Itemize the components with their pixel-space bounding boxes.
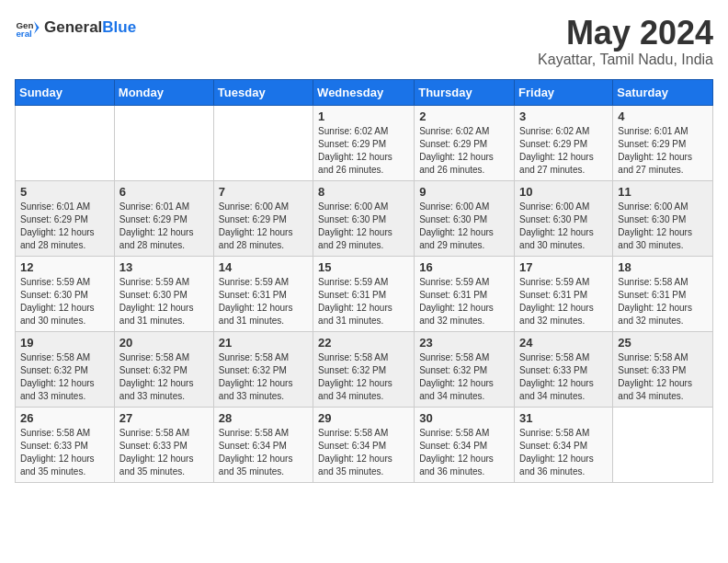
- calendar-cell: 14Sunrise: 5:59 AMSunset: 6:31 PMDayligh…: [213, 256, 313, 331]
- calendar-cell: 7Sunrise: 6:00 AMSunset: 6:29 PMDaylight…: [213, 180, 313, 256]
- day-number: 7: [219, 185, 308, 199]
- day-info: Sunrise: 6:00 AMSunset: 6:30 PMDaylight:…: [419, 201, 509, 252]
- day-info: Sunrise: 6:01 AMSunset: 6:29 PMDaylight:…: [618, 125, 708, 177]
- logo-blue: Blue: [102, 18, 136, 37]
- day-info: Sunrise: 5:59 AMSunset: 6:30 PMDaylight:…: [20, 276, 109, 327]
- day-number: 9: [419, 185, 509, 199]
- day-number: 28: [219, 411, 308, 425]
- weekday-header: Monday: [114, 79, 213, 105]
- calendar-cell: 19Sunrise: 5:58 AMSunset: 6:32 PMDayligh…: [16, 331, 115, 407]
- calendar-cell: 18Sunrise: 5:58 AMSunset: 6:31 PMDayligh…: [613, 256, 713, 331]
- calendar-cell: 9Sunrise: 6:00 AMSunset: 6:30 PMDaylight…: [415, 180, 515, 256]
- day-info: Sunrise: 5:59 AMSunset: 6:30 PMDaylight:…: [119, 276, 209, 327]
- day-number: 26: [20, 411, 109, 425]
- calendar-cell: 2Sunrise: 6:02 AMSunset: 6:29 PMDaylight…: [415, 105, 515, 180]
- day-info: Sunrise: 5:58 AMSunset: 6:32 PMDaylight:…: [20, 351, 109, 403]
- calendar-cell: 16Sunrise: 5:59 AMSunset: 6:31 PMDayligh…: [415, 256, 515, 331]
- calendar-cell: 5Sunrise: 6:01 AMSunset: 6:29 PMDaylight…: [16, 180, 115, 256]
- calendar-cell: 25Sunrise: 5:58 AMSunset: 6:33 PMDayligh…: [613, 331, 713, 407]
- day-number: 27: [119, 411, 209, 425]
- calendar-cell: 28Sunrise: 5:58 AMSunset: 6:34 PMDayligh…: [213, 407, 313, 482]
- day-info: Sunrise: 6:00 AMSunset: 6:30 PMDaylight:…: [318, 201, 409, 252]
- day-info: Sunrise: 6:00 AMSunset: 6:29 PMDaylight:…: [219, 201, 308, 252]
- day-number: 15: [318, 260, 409, 274]
- calendar-cell: 15Sunrise: 5:59 AMSunset: 6:31 PMDayligh…: [313, 256, 415, 331]
- calendar-cell: 8Sunrise: 6:00 AMSunset: 6:30 PMDaylight…: [313, 180, 415, 256]
- calendar-week-row: 5Sunrise: 6:01 AMSunset: 6:29 PMDaylight…: [16, 180, 713, 256]
- calendar-cell: 23Sunrise: 5:58 AMSunset: 6:32 PMDayligh…: [415, 331, 515, 407]
- day-number: 25: [618, 336, 708, 350]
- svg-text:eral: eral: [16, 29, 32, 39]
- day-info: Sunrise: 6:01 AMSunset: 6:29 PMDaylight:…: [119, 201, 209, 252]
- day-number: 21: [219, 336, 308, 350]
- day-info: Sunrise: 5:58 AMSunset: 6:34 PMDaylight:…: [318, 427, 409, 478]
- calendar-cell: 27Sunrise: 5:58 AMSunset: 6:33 PMDayligh…: [114, 407, 213, 482]
- calendar-week-row: 1Sunrise: 6:02 AMSunset: 6:29 PMDaylight…: [16, 105, 713, 180]
- calendar-cell: 3Sunrise: 6:02 AMSunset: 6:29 PMDaylight…: [515, 105, 613, 180]
- calendar-cell: 26Sunrise: 5:58 AMSunset: 6:33 PMDayligh…: [16, 407, 115, 482]
- day-number: 20: [119, 336, 209, 350]
- logo: Gen eral General Blue: [15, 15, 136, 40]
- calendar-week-row: 12Sunrise: 5:59 AMSunset: 6:30 PMDayligh…: [16, 256, 713, 331]
- calendar-cell: 4Sunrise: 6:01 AMSunset: 6:29 PMDaylight…: [613, 105, 713, 180]
- day-number: 31: [519, 411, 608, 425]
- calendar-cell: 10Sunrise: 6:00 AMSunset: 6:30 PMDayligh…: [515, 180, 613, 256]
- day-info: Sunrise: 6:00 AMSunset: 6:30 PMDaylight:…: [519, 201, 608, 252]
- day-number: 8: [318, 185, 409, 199]
- weekday-header: Tuesday: [213, 79, 313, 105]
- calendar-cell: 12Sunrise: 5:59 AMSunset: 6:30 PMDayligh…: [16, 256, 115, 331]
- calendar-cell: [613, 407, 713, 482]
- day-number: 11: [618, 185, 708, 199]
- day-number: 1: [318, 109, 409, 123]
- day-info: Sunrise: 5:59 AMSunset: 6:31 PMDaylight:…: [219, 276, 308, 327]
- day-info: Sunrise: 6:02 AMSunset: 6:29 PMDaylight:…: [519, 125, 608, 177]
- day-number: 19: [20, 336, 109, 350]
- calendar-week-row: 26Sunrise: 5:58 AMSunset: 6:33 PMDayligh…: [16, 407, 713, 482]
- day-info: Sunrise: 5:58 AMSunset: 6:33 PMDaylight:…: [618, 351, 708, 403]
- day-number: 2: [419, 109, 509, 123]
- day-number: 6: [119, 185, 209, 199]
- calendar-week-row: 19Sunrise: 5:58 AMSunset: 6:32 PMDayligh…: [16, 331, 713, 407]
- day-info: Sunrise: 5:59 AMSunset: 6:31 PMDaylight:…: [419, 276, 509, 327]
- calendar-table: SundayMondayTuesdayWednesdayThursdayFrid…: [15, 79, 713, 483]
- calendar-cell: 13Sunrise: 5:59 AMSunset: 6:30 PMDayligh…: [114, 256, 213, 331]
- weekday-header: Friday: [515, 79, 613, 105]
- day-info: Sunrise: 6:02 AMSunset: 6:29 PMDaylight:…: [419, 125, 509, 177]
- day-number: 10: [519, 185, 608, 199]
- calendar-cell: [16, 105, 115, 180]
- day-number: 29: [318, 411, 409, 425]
- weekday-header: Thursday: [415, 79, 515, 105]
- calendar-cell: 30Sunrise: 5:58 AMSunset: 6:34 PMDayligh…: [415, 407, 515, 482]
- day-info: Sunrise: 5:58 AMSunset: 6:32 PMDaylight:…: [219, 351, 308, 403]
- day-info: Sunrise: 5:58 AMSunset: 6:32 PMDaylight:…: [318, 351, 409, 403]
- day-number: 3: [519, 109, 608, 123]
- day-info: Sunrise: 5:59 AMSunset: 6:31 PMDaylight:…: [318, 276, 409, 327]
- day-info: Sunrise: 5:59 AMSunset: 6:31 PMDaylight:…: [519, 276, 608, 327]
- day-info: Sunrise: 6:00 AMSunset: 6:30 PMDaylight:…: [618, 201, 708, 252]
- calendar-cell: 17Sunrise: 5:59 AMSunset: 6:31 PMDayligh…: [515, 256, 613, 331]
- day-number: 18: [618, 260, 708, 274]
- calendar-cell: 29Sunrise: 5:58 AMSunset: 6:34 PMDayligh…: [313, 407, 415, 482]
- calendar-cell: 22Sunrise: 5:58 AMSunset: 6:32 PMDayligh…: [313, 331, 415, 407]
- calendar-cell: 21Sunrise: 5:58 AMSunset: 6:32 PMDayligh…: [213, 331, 313, 407]
- calendar-cell: 1Sunrise: 6:02 AMSunset: 6:29 PMDaylight…: [313, 105, 415, 180]
- weekday-header: Sunday: [16, 79, 115, 105]
- calendar-cell: 31Sunrise: 5:58 AMSunset: 6:34 PMDayligh…: [515, 407, 613, 482]
- location: Kayattar, Tamil Nadu, India: [538, 52, 713, 68]
- day-number: 4: [618, 109, 708, 123]
- day-info: Sunrise: 6:02 AMSunset: 6:29 PMDaylight:…: [318, 125, 409, 177]
- calendar-cell: 6Sunrise: 6:01 AMSunset: 6:29 PMDaylight…: [114, 180, 213, 256]
- day-info: Sunrise: 5:58 AMSunset: 6:33 PMDaylight:…: [119, 427, 209, 478]
- day-number: 13: [119, 260, 209, 274]
- calendar-header-row: SundayMondayTuesdayWednesdayThursdayFrid…: [16, 79, 713, 105]
- day-info: Sunrise: 5:58 AMSunset: 6:32 PMDaylight:…: [419, 351, 509, 403]
- page-header: Gen eral General Blue May 2024 Kayattar,…: [15, 15, 713, 68]
- day-info: Sunrise: 5:58 AMSunset: 6:34 PMDaylight:…: [219, 427, 308, 478]
- day-number: 16: [419, 260, 509, 274]
- day-info: Sunrise: 5:58 AMSunset: 6:33 PMDaylight:…: [519, 351, 608, 403]
- day-info: Sunrise: 5:58 AMSunset: 6:34 PMDaylight:…: [419, 427, 509, 478]
- calendar-cell: [213, 105, 313, 180]
- logo-general: General: [44, 18, 102, 37]
- calendar-cell: 20Sunrise: 5:58 AMSunset: 6:32 PMDayligh…: [114, 331, 213, 407]
- logo-icon: Gen eral: [15, 15, 40, 40]
